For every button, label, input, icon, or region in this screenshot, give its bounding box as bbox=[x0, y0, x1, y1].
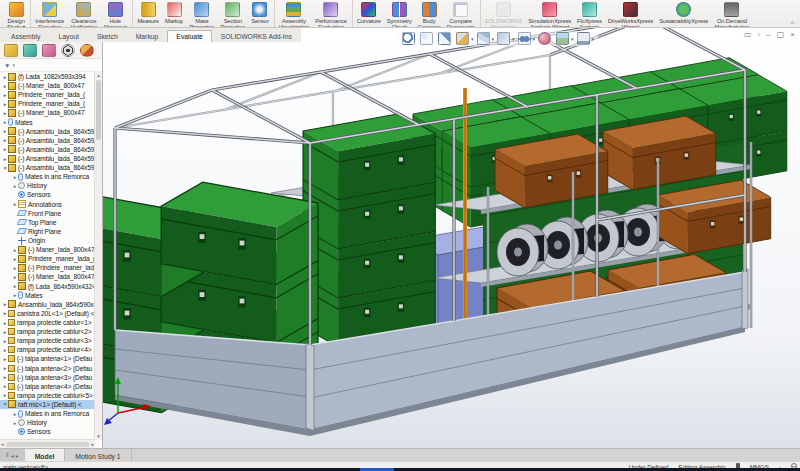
feature-tree-item[interactable]: ▸ (f) Lada_1082x593x394 bbox=[0, 72, 95, 81]
command-tab[interactable]: SOLIDWORKS Add-Ins bbox=[212, 30, 301, 42]
dropdown-caret[interactable]: ▾ bbox=[471, 36, 474, 42]
feature-tree-item[interactable]: ▸ rampa protectie cablur<4> bbox=[0, 345, 95, 354]
feature-tree-item[interactable]: Right Plane bbox=[0, 227, 95, 236]
zoom-area[interactable] bbox=[420, 32, 433, 45]
displaymanager-tab[interactable] bbox=[80, 44, 94, 57]
apply-scene[interactable] bbox=[556, 32, 569, 45]
section-properties[interactable]: Section Properties bbox=[217, 0, 248, 27]
feature-tree-item[interactable]: ▸ Ansamblu_lada_864x590x4 bbox=[0, 300, 95, 309]
feature-tree-item[interactable]: Origin bbox=[0, 236, 95, 245]
mass-properties[interactable]: Mass Properties bbox=[186, 0, 217, 27]
solidworks-simulation-connector[interactable]: SOLIDWORKS Simulation Connector bbox=[482, 0, 526, 27]
feature-tree-item[interactable]: ▸ rampa protectie cablur<2> bbox=[0, 327, 95, 336]
feature-tree-item[interactable]: ▸ History bbox=[0, 181, 95, 190]
feature-tree-item[interactable]: ▸ Mates bbox=[0, 291, 95, 300]
feature-tree-item[interactable]: ▸ (-) talpa antena<3> (Defau bbox=[0, 373, 95, 382]
tree-vertical-scrollbar[interactable]: ▲ ▼ bbox=[94, 72, 102, 440]
feature-tree-item[interactable]: Sensors bbox=[0, 427, 95, 436]
dropdown-caret[interactable]: ▾ bbox=[533, 36, 536, 42]
feature-tree-item[interactable]: ▸ (-) Prindere_maner_lad bbox=[0, 263, 95, 272]
feature-tree-item[interactable]: ▸ Prindere_maner_lada_( bbox=[0, 90, 95, 99]
measure[interactable]: Measure bbox=[134, 0, 162, 27]
feature-tree-item[interactable]: ▸ (-) Ansamblu_lada_864x59( bbox=[0, 145, 95, 154]
tree-horizontal-scrollbar[interactable]: ◂ ▸ bbox=[0, 439, 95, 448]
feature-tree-item[interactable]: ▸ Mates in ans Remorca bbox=[0, 172, 95, 181]
feature-tree-item[interactable]: Front Plane bbox=[0, 209, 95, 218]
command-tab[interactable]: Sketch bbox=[88, 30, 127, 42]
dropdown-caret[interactable]: ▾ bbox=[592, 36, 595, 42]
feature-tree-item[interactable]: ▸ Prindere_maner_lada_( bbox=[0, 99, 95, 108]
feature-tree-item[interactable]: ▸ (-) Ansamblu_lada_864x59( bbox=[0, 154, 95, 163]
center-green-crate-stack[interactable] bbox=[303, 113, 435, 346]
scroll-left-arrow[interactable]: ◂ bbox=[1, 441, 4, 447]
sustainabilityxpress[interactable]: SustainabilityXpress bbox=[656, 0, 711, 27]
view-settings[interactable] bbox=[577, 32, 590, 45]
zoom-fit[interactable] bbox=[402, 32, 415, 45]
minimize-button[interactable]: – bbox=[766, 30, 770, 40]
filter-icon[interactable]: ▼ bbox=[4, 62, 10, 69]
propertymanager-tab[interactable] bbox=[23, 44, 37, 57]
scroll-up-arrow[interactable]: ▲ bbox=[95, 72, 102, 79]
window-icon-2[interactable]: ▫ bbox=[757, 30, 760, 40]
feature-tree-item[interactable]: ▾ (-) Ansamblu_lada_864x59( bbox=[0, 163, 95, 172]
feature-tree-item[interactable]: ▸ canistra 20L<1> (Default) < bbox=[0, 309, 95, 318]
feature-tree-item[interactable]: ▸ Mates bbox=[0, 118, 95, 127]
driveworksxpress-wizard[interactable]: DriveWorksXpress Wizard bbox=[605, 0, 657, 27]
command-tab[interactable]: Assembly bbox=[2, 30, 49, 42]
feature-tree-item[interactable]: Top Plane bbox=[0, 218, 95, 227]
curvature[interactable]: Curvature bbox=[354, 0, 384, 27]
ribbon-collapse-chevron[interactable]: ^ bbox=[791, 20, 794, 27]
scroll-right-arrow[interactable]: ▸ bbox=[91, 441, 94, 447]
section-view[interactable] bbox=[456, 32, 469, 45]
hide-show-items[interactable] bbox=[518, 32, 531, 45]
feature-tree-item[interactable]: ▸ (-) talpa antena<2> (Defau bbox=[0, 364, 95, 373]
filter-caret[interactable]: ▾ bbox=[12, 62, 15, 68]
interference-detection[interactable]: Interference Detection bbox=[32, 0, 67, 27]
feature-tree-item[interactable]: ▸ rampa protectie cablur<1> bbox=[0, 318, 95, 327]
dropdown-caret[interactable]: ▾ bbox=[492, 36, 495, 42]
feature-tree-item[interactable]: ▸ (-) Maner_lada_800x47 bbox=[0, 108, 95, 117]
body-compare[interactable]: Body Compare bbox=[415, 0, 444, 27]
feature-tree-item[interactable]: ▸ (-) Maner_lada_800x47 bbox=[0, 81, 95, 90]
feature-tree-item[interactable]: ▸ (-) Maner_lada_800x47 bbox=[0, 272, 95, 281]
feature-tree-item[interactable]: ▾ raft mic<1> (Default) < bbox=[0, 400, 95, 409]
clearance-verification[interactable]: Clearance Verification bbox=[67, 0, 100, 27]
viewport-3d-scene[interactable]: ▾ ▾ ▾ ▾ ▾ ▾ bbox=[103, 28, 800, 448]
previous-view[interactable] bbox=[438, 32, 451, 45]
floxpress-analysis-wizard[interactable]: FloXpress Analysis Wizard bbox=[574, 0, 605, 27]
simulationxpress-analysis-wizard[interactable]: SimulationXpress Analysis Wizard bbox=[525, 0, 574, 27]
hole-alignment[interactable]: Hole Alignment bbox=[100, 0, 133, 27]
feature-tree-item[interactable]: ▸ (-) talpa antena<4> (Defau bbox=[0, 382, 95, 391]
command-tab[interactable]: Layout bbox=[49, 30, 87, 42]
window-icon[interactable]: ▭ bbox=[744, 30, 752, 40]
feature-tree-item[interactable]: ▸ Prindere_maner_lada_( bbox=[0, 254, 95, 263]
scrollbar-thumb[interactable] bbox=[6, 442, 90, 447]
feature-tree-item[interactable]: Sensors bbox=[0, 190, 95, 199]
markup[interactable]: Markup bbox=[162, 0, 186, 27]
scroll-down-arrow[interactable]: ▼ bbox=[95, 433, 102, 440]
assembly-visualization[interactable]: Assembly Visualization bbox=[276, 0, 313, 27]
view-orientation[interactable] bbox=[477, 32, 490, 45]
on-demand-manufacturing[interactable]: On Demand Manufacturing bbox=[711, 0, 752, 27]
feature-tree-item[interactable]: ▸ Annotations bbox=[0, 200, 95, 209]
display-style[interactable] bbox=[497, 32, 510, 45]
dropdown-caret[interactable]: ▾ bbox=[571, 36, 574, 42]
feature-tree-item[interactable]: ▸ (-) talpa antena<1> (Defau bbox=[0, 354, 95, 363]
feature-tree-item[interactable]: ▸ (f) Lada_864x590x432< bbox=[0, 282, 95, 291]
scrollbar-thumb[interactable] bbox=[96, 80, 101, 140]
feature-tree-item[interactable]: ▸ Mates in ans Remorca bbox=[0, 409, 95, 418]
featuremanager-tab[interactable] bbox=[4, 44, 18, 57]
feature-tree-item[interactable]: ▸ (-) Maner_lada_800x47 bbox=[0, 245, 95, 254]
dimxpertmanager-tab[interactable] bbox=[61, 44, 75, 57]
feature-tree-item[interactable]: ▸ (-) Ansamblu_lada_864x59( bbox=[0, 136, 95, 145]
feature-tree-item[interactable]: ▸ History bbox=[0, 418, 95, 427]
feature-tree-item[interactable]: ▸ rampa protectie cablur<3> bbox=[0, 336, 95, 345]
edit-appearance[interactable] bbox=[538, 32, 551, 45]
compare-documents[interactable]: Compare Documents bbox=[444, 0, 481, 27]
splitter-handle[interactable]: ⦀ bbox=[6, 452, 9, 459]
design-study[interactable]: Design Study ▾ bbox=[4, 0, 31, 27]
sensor[interactable]: Sensor bbox=[248, 0, 274, 27]
feature-tree-item[interactable]: ▸ rampa protectie cabluri<5> bbox=[0, 391, 95, 400]
performance-evaluation[interactable]: Performance Evaluation bbox=[312, 0, 353, 27]
restore-button[interactable]: ▢ bbox=[777, 30, 785, 40]
